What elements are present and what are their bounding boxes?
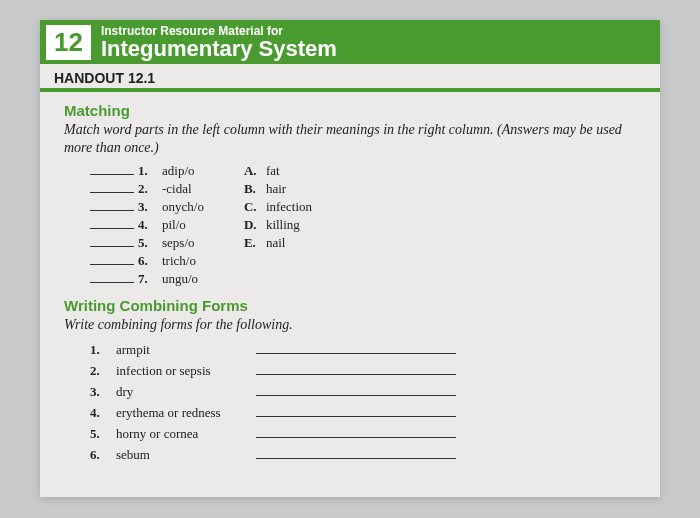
writing-term: infection or sepsis xyxy=(110,363,256,379)
item-number: 6. xyxy=(138,253,156,269)
word-part: seps/o xyxy=(156,235,195,251)
content-area: Matching Match word parts in the left co… xyxy=(40,92,660,463)
writing-list: 1.armpit 2.infection or sepsis 3.dry 4.e… xyxy=(64,341,636,463)
choice-letter: B. xyxy=(244,181,266,197)
matching-right-row: A.fat xyxy=(244,163,312,179)
word-part: adip/o xyxy=(156,163,195,179)
matching-right-row: C.infection xyxy=(244,199,312,215)
item-number: 3. xyxy=(90,384,110,400)
answer-blank[interactable] xyxy=(90,282,134,283)
writing-term: erythema or redness xyxy=(110,405,256,421)
writing-row: 6.sebum xyxy=(90,446,636,463)
choice-def: killing xyxy=(266,217,300,233)
item-number: 4. xyxy=(90,405,110,421)
writing-row: 1.armpit xyxy=(90,341,636,358)
worksheet-page: 12 Instructor Resource Material for Inte… xyxy=(40,20,660,497)
answer-blank[interactable] xyxy=(90,174,134,175)
item-number: 5. xyxy=(90,426,110,442)
matching-left-row: 1.adip/o xyxy=(90,163,204,179)
choice-letter: D. xyxy=(244,217,266,233)
item-number: 4. xyxy=(138,217,156,233)
item-number: 6. xyxy=(90,447,110,463)
writing-term: sebum xyxy=(110,447,256,463)
word-part: pil/o xyxy=(156,217,186,233)
item-number: 2. xyxy=(138,181,156,197)
matching-left-row: 6.trich/o xyxy=(90,253,204,269)
writing-term: horny or cornea xyxy=(110,426,256,442)
matching-left-column: 1.adip/o 2.-cidal 3.onych/o 4.pil/o 5.se… xyxy=(90,163,204,289)
writing-row: 3.dry xyxy=(90,383,636,400)
item-number: 1. xyxy=(90,342,110,358)
answer-blank[interactable] xyxy=(90,192,134,193)
writing-term: dry xyxy=(110,384,256,400)
choice-def: hair xyxy=(266,181,286,197)
answer-blank[interactable] xyxy=(90,210,134,211)
handout-label: HANDOUT 12.1 xyxy=(40,64,660,92)
item-number: 3. xyxy=(138,199,156,215)
matching-left-row: 4.pil/o xyxy=(90,217,204,233)
item-number: 2. xyxy=(90,363,110,379)
choice-def: fat xyxy=(266,163,280,179)
choice-letter: C. xyxy=(244,199,266,215)
matching-right-row: D.killing xyxy=(244,217,312,233)
answer-blank[interactable] xyxy=(256,404,456,417)
word-part: trich/o xyxy=(156,253,196,269)
answer-blank[interactable] xyxy=(256,446,456,459)
matching-heading: Matching xyxy=(64,102,636,119)
word-part: ungu/o xyxy=(156,271,198,287)
matching-left-row: 5.seps/o xyxy=(90,235,204,251)
choice-def: infection xyxy=(266,199,312,215)
answer-blank[interactable] xyxy=(90,264,134,265)
choice-letter: A. xyxy=(244,163,266,179)
matching-right-column: A.fat B.hair C.infection D.killing E.nai… xyxy=(244,163,312,289)
matching-left-row: 2.-cidal xyxy=(90,181,204,197)
header-text: Instructor Resource Material for Integum… xyxy=(101,24,337,60)
answer-blank[interactable] xyxy=(256,383,456,396)
matching-right-row: E.nail xyxy=(244,235,312,251)
item-number: 7. xyxy=(138,271,156,287)
writing-heading: Writing Combining Forms xyxy=(64,297,636,314)
choice-def: nail xyxy=(266,235,286,251)
word-part: -cidal xyxy=(156,181,192,197)
chapter-number: 12 xyxy=(46,25,91,60)
chapter-header: 12 Instructor Resource Material for Inte… xyxy=(40,20,660,64)
writing-term: armpit xyxy=(110,342,256,358)
writing-row: 4.erythema or redness xyxy=(90,404,636,421)
matching-columns: 1.adip/o 2.-cidal 3.onych/o 4.pil/o 5.se… xyxy=(64,163,636,289)
answer-blank[interactable] xyxy=(256,362,456,375)
item-number: 1. xyxy=(138,163,156,179)
matching-right-row: B.hair xyxy=(244,181,312,197)
writing-row: 2.infection or sepsis xyxy=(90,362,636,379)
matching-instructions: Match word parts in the left column with… xyxy=(64,121,636,157)
matching-left-row: 3.onych/o xyxy=(90,199,204,215)
answer-blank[interactable] xyxy=(90,246,134,247)
word-part: onych/o xyxy=(156,199,204,215)
answer-blank[interactable] xyxy=(256,425,456,438)
answer-blank[interactable] xyxy=(256,341,456,354)
header-title: Integumentary System xyxy=(101,38,337,60)
choice-letter: E. xyxy=(244,235,266,251)
writing-instructions: Write combining forms for the following. xyxy=(64,316,636,334)
item-number: 5. xyxy=(138,235,156,251)
writing-row: 5.horny or cornea xyxy=(90,425,636,442)
answer-blank[interactable] xyxy=(90,228,134,229)
matching-left-row: 7.ungu/o xyxy=(90,271,204,287)
